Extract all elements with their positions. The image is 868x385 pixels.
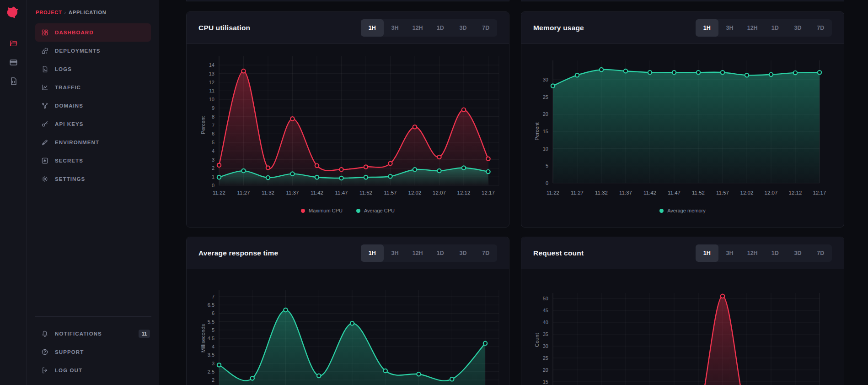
data-point [769, 73, 773, 76]
timerange-button-7d[interactable]: 7D [474, 244, 497, 262]
rail-item-billing[interactable] [0, 54, 27, 70]
data-point [551, 84, 555, 87]
timerange-button-3d[interactable]: 3D [452, 19, 475, 37]
timerange-button-1d[interactable]: 1D [764, 244, 787, 262]
y-tick-label: 10 [209, 97, 214, 102]
sidebar-item-dashboard[interactable]: DASHBOARD [35, 23, 151, 42]
timerange-button-7d[interactable]: 7D [809, 19, 832, 37]
timerange-button-12h[interactable]: 12H [406, 19, 429, 37]
y-tick-label: 2 [212, 377, 214, 383]
timerange-button-3h[interactable]: 3H [384, 19, 407, 37]
timerange-button-1h[interactable]: 1H [696, 244, 718, 262]
y-tick-label: 50 [543, 296, 548, 301]
timerange-button-3h[interactable]: 3H [718, 244, 741, 262]
y-tick-label: 7 [212, 123, 214, 128]
x-tick-label: 12:02 [408, 190, 422, 195]
y-tick-label: 25 [543, 355, 548, 361]
y-tick-label: 3.5 [208, 352, 214, 358]
y-axis-title: Milliseconds [200, 324, 206, 352]
timerange-button-3d[interactable]: 3D [787, 19, 809, 37]
folder-icon [9, 39, 18, 48]
timerange-button-1d[interactable]: 1D [764, 19, 787, 37]
sidebar-item-traffic[interactable]: TRAFFIC [35, 78, 151, 97]
x-tick-label: 11:32 [262, 190, 274, 195]
sidebar-item-deployments[interactable]: DEPLOYMENTS [35, 42, 151, 60]
x-tick-label: 11:22 [213, 190, 225, 195]
sidebar-bottom-menu: NOTIFICATIONS11SUPPORTLOG OUT [35, 325, 151, 380]
sidebar-item-api-keys[interactable]: API KEYS [35, 115, 151, 133]
timerange-button-3h[interactable]: 3H [384, 244, 407, 262]
timerange-button-12h[interactable]: 12H [741, 244, 764, 262]
data-point [339, 176, 343, 180]
sidebar-item-logout[interactable]: LOG OUT [35, 361, 151, 380]
domains-icon [41, 102, 48, 109]
timerange-button-1h[interactable]: 1H [361, 19, 384, 37]
y-tick-label: 2 [212, 165, 214, 171]
data-point [721, 294, 724, 298]
x-tick-label: 11:37 [286, 190, 299, 195]
timerange-button-7d[interactable]: 7D [809, 244, 832, 262]
sidebar-item-domains[interactable]: DOMAINS [35, 97, 151, 115]
data-point [600, 68, 603, 71]
y-axis-title: Percent [534, 122, 540, 140]
x-tick-label: 11:27 [237, 190, 250, 195]
y-tick-label: 6 [212, 310, 214, 316]
timerange-button-7d[interactable]: 7D [474, 19, 497, 37]
data-point [450, 377, 454, 381]
chart-legend: Maximum CPUAverage CPU [187, 208, 509, 213]
timerange-button-1h[interactable]: 1H [696, 19, 718, 37]
card-header: CPU utilisation1H3H12H1D3D7D [187, 12, 509, 44]
legend-item[interactable]: Maximum CPU [301, 208, 343, 213]
sidebar-item-settings[interactable]: SETTINGS [35, 170, 151, 188]
sidebar-menu: DASHBOARDDEPLOYMENTSLOGSTRAFFICDOMAINSAP… [35, 23, 151, 188]
rail-item-code[interactable] [0, 73, 27, 89]
chart-title: CPU utilisation [198, 24, 250, 32]
y-tick-label: 20 [543, 367, 548, 373]
sidebar-item-logs[interactable]: LOGS [35, 60, 151, 78]
legend-dot-icon [356, 209, 360, 213]
icon-rail [0, 0, 27, 385]
x-tick-label: 11:32 [595, 190, 608, 195]
timerange-button-1h[interactable]: 1H [361, 244, 384, 262]
deployments-icon [41, 47, 48, 54]
legend-item[interactable]: Average CPU [356, 208, 395, 213]
chart-legend: Average memory [521, 208, 844, 213]
breadcrumb-application[interactable]: APPLICATION [69, 10, 107, 15]
card-response: Average response time1H3H12H1D3D7D76.565… [186, 237, 509, 385]
timerange-button-1d[interactable]: 1D [429, 244, 452, 262]
card-header: Memory usage1H3H12H1D3D7D [521, 12, 844, 44]
x-tick-label: 11:42 [311, 190, 323, 195]
sidebar-item-notifications[interactable]: NOTIFICATIONS11 [35, 325, 151, 343]
data-point [251, 376, 254, 380]
breadcrumb[interactable]: PROJECT›APPLICATION [36, 10, 107, 15]
data-point [241, 69, 245, 73]
sidebar-item-label: SECRETS [55, 158, 83, 163]
timerange-button-1d[interactable]: 1D [429, 19, 452, 37]
data-point [217, 163, 221, 167]
sidebar-item-label: API KEYS [55, 121, 83, 127]
y-tick-label: 9 [212, 105, 214, 111]
data-point [388, 162, 392, 165]
x-tick-label: 11:57 [716, 190, 729, 195]
data-point [437, 169, 441, 173]
data-point [745, 73, 749, 77]
timerange-button-group: 1H3H12H1D3D7D [361, 244, 497, 262]
card-memory: Memory usage1H3H12H1D3D7D302520151050Per… [521, 11, 844, 228]
timerange-button-12h[interactable]: 12H [741, 19, 764, 37]
legend-item[interactable]: Average memory [659, 208, 706, 213]
timerange-button-3h[interactable]: 3H [718, 19, 741, 37]
sidebar-item-secrets[interactable]: SECRETS [35, 152, 151, 170]
timerange-button-3d[interactable]: 3D [452, 244, 475, 262]
data-point [672, 70, 676, 74]
rail-item-projects[interactable] [0, 35, 27, 51]
y-tick-label: 10 [543, 146, 548, 152]
timerange-button-12h[interactable]: 12H [406, 244, 429, 262]
breadcrumb-project[interactable]: PROJECT [36, 10, 62, 15]
y-tick-label: 4.5 [208, 336, 214, 341]
timerange-button-3d[interactable]: 3D [787, 244, 809, 262]
sidebar-item-support[interactable]: SUPPORT [35, 343, 151, 361]
x-tick-label: 11:27 [571, 190, 584, 195]
sidebar-item-environment[interactable]: ENVIRONMENT [35, 133, 151, 152]
chart-title: Average response time [198, 249, 278, 257]
bell-icon [41, 330, 48, 337]
